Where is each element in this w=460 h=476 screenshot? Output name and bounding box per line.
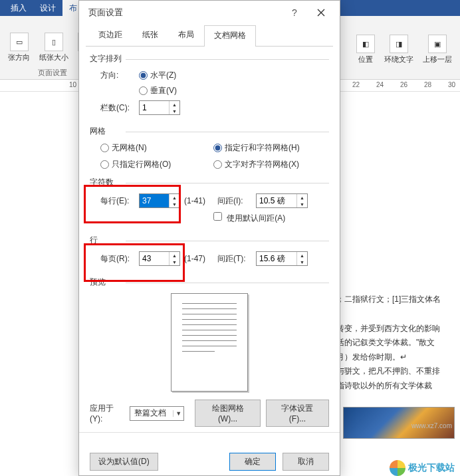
spin-up-icon[interactable]: ▲ <box>170 101 179 108</box>
perpage-label: 每页(R): <box>100 253 135 265</box>
bring-forward-label: 上移一层 <box>423 55 452 64</box>
columns-input[interactable] <box>140 101 169 114</box>
font-settings-button[interactable]: 字体设置(F)... <box>266 400 329 427</box>
perpage-input[interactable] <box>140 252 169 265</box>
ribbon-tab-insert[interactable]: 插入 <box>4 0 33 17</box>
watermark: 极光下载站 <box>390 460 455 476</box>
radio-lines-grid-input[interactable] <box>100 160 109 169</box>
watermark-text: 极光下载站 <box>408 462 455 474</box>
tab-margins[interactable]: 页边距 <box>88 25 132 46</box>
dialog-tabs: 页边距 纸张 布局 文档网格 <box>86 25 333 47</box>
perline-range: (1-41) <box>184 196 205 205</box>
watermark-url: www.xz7.com <box>411 422 452 429</box>
radio-both-grid[interactable]: 指定行和字符网格(H) <box>213 142 316 154</box>
spin-up-icon[interactable]: ▲ <box>297 194 307 201</box>
char-spacing-input[interactable] <box>257 194 296 207</box>
radio-no-grid-input[interactable] <box>100 144 109 152</box>
columns-count-label: 栏数(C): <box>100 102 135 114</box>
char-spacing-label: 间距(I): <box>217 195 252 207</box>
section-grid-title: 网格 <box>90 126 329 137</box>
dialog-footer: 设为默认值(D) 确定 取消 <box>90 445 329 471</box>
wrap-text-icon: ◨ <box>390 35 408 53</box>
spin-up-icon[interactable]: ▲ <box>297 252 307 259</box>
orientation-icon: ▭ <box>10 33 29 51</box>
dialog-body: 文字排列 方向: 水平(Z) 垂直(V) 栏数(C): ▲▼ <box>79 47 340 476</box>
paper-size-icon: ▯ <box>45 33 63 51</box>
section-preview-title: 预览 <box>90 277 329 288</box>
spin-up-icon[interactable]: ▲ <box>170 252 179 259</box>
radio-horizontal-input[interactable] <box>139 71 148 80</box>
paper-size-label: 纸张大小 <box>39 53 68 62</box>
tab-paper[interactable]: 纸张 <box>132 25 168 46</box>
tab-layout[interactable]: 布局 <box>168 25 204 46</box>
ok-button[interactable]: 确定 <box>229 453 276 471</box>
page-setup-dialog: 页面设置 ? 页边距 纸张 布局 文档网格 文字排列 方向: 水平(Z) <box>78 0 340 476</box>
section-chars-title: 字符数 <box>90 177 329 188</box>
spin-down-icon[interactable]: ▼ <box>170 259 179 265</box>
apply-to-value: 整篇文档 <box>130 408 173 419</box>
use-default-spacing-checkbox[interactable]: 使用默认间距(A) <box>213 212 285 224</box>
orientation-label: 张方向 <box>8 53 30 62</box>
apply-to-select[interactable]: 整篇文档 ▼ <box>130 406 184 421</box>
perpage-range: (1-47) <box>184 254 205 263</box>
section-chars: 字符数 每行(E): ▲▼ (1-41) 间距(I): ▲▼ 使用默认间距( <box>90 177 329 228</box>
direction-label: 方向: <box>100 70 135 81</box>
perpage-spinner[interactable]: ▲▼ <box>139 251 180 266</box>
section-grid: 网格 无网格(N) 指定行和字符网格(H) 只指定行网格(O) 文字对齐字符网格… <box>90 126 329 170</box>
dialog-title-bar: 页面设置 ? <box>79 1 340 25</box>
drawing-grid-button[interactable]: 绘图网格(W)... <box>195 400 261 427</box>
tab-document-grid[interactable]: 文档网格 <box>204 25 256 47</box>
spin-down-icon[interactable]: ▼ <box>170 108 179 114</box>
wrap-text-label: 环绕文字 <box>384 55 413 64</box>
close-button[interactable] <box>308 3 334 23</box>
paper-size-button[interactable]: ▯ 纸张大小 <box>37 31 71 64</box>
perline-spinner[interactable]: ▲▼ <box>139 193 180 208</box>
use-default-spacing-input[interactable] <box>213 212 222 221</box>
dialog-title: 页面设置 <box>88 7 281 19</box>
perline-label: 每行(E): <box>100 195 135 207</box>
ribbon-tab-design[interactable]: 设计 <box>33 0 62 17</box>
radio-align-grid[interactable]: 文字对齐字符网格(X) <box>213 159 316 170</box>
radio-lines-grid[interactable]: 只指定行网格(O) <box>100 159 200 170</box>
radio-horizontal[interactable]: 水平(Z) <box>139 70 176 81</box>
line-spacing-spinner[interactable]: ▲▼ <box>256 251 308 266</box>
orientation-button[interactable]: ▭ 张方向 <box>5 31 33 64</box>
radio-vertical-input[interactable] <box>139 86 148 95</box>
set-default-button[interactable]: 设为默认值(D) <box>90 453 158 471</box>
line-spacing-input[interactable] <box>257 252 296 265</box>
spin-down-icon[interactable]: ▼ <box>297 259 307 265</box>
bring-forward-icon: ▣ <box>428 35 447 53</box>
section-lines-title: 行 <box>90 235 329 246</box>
section-lines: 行 每页(R): ▲▼ (1-47) 间距(T): ▲▼ <box>90 235 329 270</box>
document-text: ；二指狱行文；[1]三指文体名 转变，并受到西方文化的影响 活的记叙类文学体裁。… <box>336 293 456 394</box>
help-button[interactable]: ? <box>281 3 308 23</box>
watermark-logo-icon <box>390 460 405 476</box>
spin-up-icon[interactable]: ▲ <box>170 194 179 201</box>
line-spacing-label: 间距(T): <box>217 253 252 265</box>
wrap-text-button[interactable]: ◨ 环绕文字 <box>382 33 416 66</box>
radio-vertical[interactable]: 垂直(V) <box>139 85 177 96</box>
spin-down-icon[interactable]: ▼ <box>297 201 307 207</box>
spin-down-icon[interactable]: ▼ <box>170 201 179 207</box>
columns-spinner[interactable]: ▲▼ <box>139 100 180 115</box>
perline-input[interactable] <box>140 194 169 207</box>
section-preview: 预览 <box>90 277 329 392</box>
position-button[interactable]: ◧ 位置 <box>354 33 378 66</box>
chevron-down-icon: ▼ <box>173 410 183 417</box>
section-text-arrange: 文字排列 方向: 水平(Z) 垂直(V) 栏数(C): ▲▼ <box>90 53 329 119</box>
section-text-arrange-title: 文字排列 <box>90 53 329 64</box>
radio-align-grid-input[interactable] <box>213 160 222 169</box>
apply-row: 应用于(Y): 整篇文档 ▼ 绘图网格(W)... 字体设置(F)... <box>90 400 329 427</box>
bring-forward-button[interactable]: ▣ 上移一层 <box>420 33 455 66</box>
radio-no-grid[interactable]: 无网格(N) <box>100 142 200 154</box>
position-icon: ◧ <box>356 35 375 53</box>
radio-both-grid-input[interactable] <box>213 144 222 152</box>
ribbon-group-arrange: ◧ 位置 ◨ 环绕文字 ▣ 上移一层 <box>348 16 460 79</box>
preview-page <box>171 293 248 392</box>
position-label: 位置 <box>358 55 373 64</box>
char-spacing-spinner[interactable]: ▲▼ <box>256 193 308 208</box>
close-icon <box>317 9 325 17</box>
cancel-button[interactable]: 取消 <box>283 453 329 471</box>
apply-label: 应用于(Y): <box>90 403 124 423</box>
